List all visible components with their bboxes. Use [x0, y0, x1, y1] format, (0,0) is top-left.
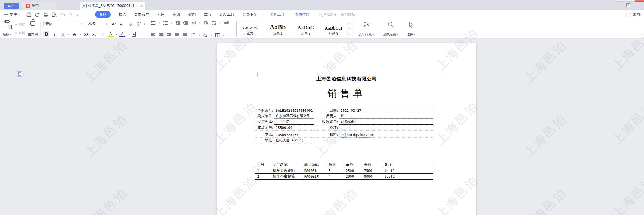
- cell-product-code[interactable]: PA0001: [302, 168, 327, 173]
- decrease-indent-icon[interactable]: [175, 21, 180, 25]
- window-count-badge[interactable]: 1: [626, 3, 630, 7]
- highlight-color-button[interactable]: A: [108, 31, 114, 37]
- print-preview-icon[interactable]: [52, 12, 57, 17]
- text-direction-icon[interactable]: [203, 21, 208, 25]
- cell-qty[interactable]: 3: [327, 168, 344, 173]
- maximize-button[interactable]: [625, 0, 634, 2]
- numbered-list-icon[interactable]: [163, 21, 168, 25]
- format-painter-button[interactable]: 格式刷: [28, 21, 38, 37]
- style-heading2[interactable]: AaBbC 标题 2: [292, 21, 320, 37]
- cell-unit-price[interactable]: 2000: [344, 174, 362, 179]
- text-scale-icon[interactable]: [191, 21, 196, 25]
- justify-icon[interactable]: [175, 33, 179, 37]
- style-heading3[interactable]: AaBbCcI 标题 3: [320, 21, 348, 37]
- increase-indent-icon[interactable]: [183, 21, 188, 25]
- tab-section[interactable]: 章节: [204, 12, 211, 17]
- undo-icon[interactable]: ↶▾: [60, 12, 65, 17]
- cut-button[interactable]: ✂剪切: [15, 23, 25, 27]
- info-value[interactable]: 15500.00: [274, 125, 314, 131]
- redo-icon[interactable]: ↷: [69, 12, 72, 17]
- collapse-ribbon-icon[interactable]: ⌄: [76, 13, 79, 17]
- cell-product-code[interactable]: PA0002: [302, 174, 327, 179]
- tab-table-tools[interactable]: 表格工具: [270, 12, 285, 17]
- table-row[interactable]: 电话: 13589723455 邮箱: sdjhard@sina.com: [255, 132, 433, 138]
- table-row[interactable]: 2 机车小齿轮箱 PA0002 4 2000 8000 test2: [255, 173, 433, 179]
- info-value[interactable]: 财务现金: [339, 119, 433, 125]
- info-value[interactable]: 世纪大道 900 号: [274, 138, 314, 143]
- tab-preview-icon[interactable]: ⌐: [136, 4, 138, 7]
- subscript-button[interactable]: X₂: [91, 31, 97, 37]
- tab-close-icon[interactable]: ✕: [140, 4, 143, 7]
- info-value[interactable]: 13589723455: [274, 132, 314, 138]
- cell-amount[interactable]: 8000: [362, 174, 383, 179]
- align-left-icon[interactable]: [151, 33, 156, 37]
- font-color-button[interactable]: A: [119, 31, 125, 37]
- file-menu[interactable]: 文件 ▾: [4, 12, 20, 17]
- document-title[interactable]: 销售单: [217, 87, 476, 100]
- font-size-select[interactable]: 小四▾: [87, 21, 109, 27]
- tab-dev-tools[interactable]: 开发工具: [220, 12, 234, 17]
- cell-seq[interactable]: 1: [255, 168, 271, 173]
- table-row[interactable]: 购买单位: 广东博远石业有限公司 负责人: 张三: [255, 113, 433, 119]
- bold-button[interactable]: B: [43, 31, 49, 37]
- table-row[interactable]: 收款金额: 15500.00 备注:: [255, 125, 433, 131]
- style-heading1[interactable]: AaBb 标题 1: [264, 21, 292, 37]
- find-replace-button[interactable]: 查找替换▾: [382, 21, 400, 37]
- info-value[interactable]: SALE20210327000001: [274, 108, 314, 113]
- underline-button[interactable]: U: [60, 31, 66, 37]
- print-icon[interactable]: [43, 12, 48, 17]
- shrink-font-button[interactable]: A⁻: [119, 21, 125, 27]
- char-shading-button[interactable]: A: [99, 31, 105, 37]
- line-spacing-icon[interactable]: [190, 33, 196, 37]
- shading-icon[interactable]: [203, 33, 208, 37]
- tab-page-layout[interactable]: 页面布局: [134, 12, 149, 17]
- tab-insert[interactable]: 插入: [119, 12, 126, 17]
- table-row[interactable]: 1 机车大齿轮箱 PA0001 3 2500 7500 test1: [255, 168, 433, 173]
- font-name-select[interactable]: 宋体▾: [43, 21, 84, 27]
- sync-status[interactable]: 未同步: [626, 12, 643, 17]
- char-border-button[interactable]: A: [131, 31, 137, 37]
- pinyin-guide-button[interactable]: wén 文: [136, 21, 142, 27]
- docer-tab[interactable]: 稻壳: [23, 2, 56, 10]
- cell-unit-price[interactable]: 2500: [344, 168, 362, 173]
- export-pdf-icon[interactable]: [35, 12, 40, 17]
- close-button[interactable]: [635, 0, 644, 2]
- order-info-table[interactable]: 单据编号: SALE20210327000001 日期: 2021-03-27 …: [255, 108, 433, 143]
- align-right-icon[interactable]: [167, 33, 172, 37]
- tab-stops-icon[interactable]: [224, 21, 229, 25]
- align-center-icon[interactable]: [159, 33, 164, 37]
- tab-member[interactable]: 会员专享: [243, 12, 257, 17]
- document-tab[interactable]: W 销售单_SALE202...7000001 (1) ⌐ ✕: [80, 2, 145, 10]
- save-icon[interactable]: [26, 12, 31, 17]
- styles-scroll[interactable]: ▲▼≡: [348, 21, 352, 37]
- info-value[interactable]: 张三: [339, 113, 433, 119]
- info-value[interactable]: [339, 125, 433, 131]
- tab-start[interactable]: 开始: [95, 11, 111, 18]
- items-table[interactable]: 序号 商品名称 商品编码 数量 单价 金额 备注 1 机车大齿轮箱 PA0001…: [255, 162, 433, 180]
- command-search[interactable]: 查找命令、搜索模板: [319, 12, 355, 17]
- info-value[interactable]: 2021-03-27: [339, 108, 433, 113]
- cell-remark[interactable]: test1: [383, 168, 433, 173]
- bullet-list-icon[interactable]: [151, 21, 156, 25]
- minimize-button[interactable]: [615, 0, 624, 2]
- home-tab[interactable]: 首页: [4, 3, 19, 9]
- superscript-button[interactable]: X²: [83, 31, 89, 37]
- text-layout-button[interactable]: 文字排版▾: [357, 21, 376, 37]
- document-page[interactable]: 上海邑泊信息科技有限公司 销售单 单据编号: SALE2021032700000…: [217, 43, 477, 215]
- tab-review[interactable]: 审阅: [173, 12, 180, 17]
- borders-icon[interactable]: [215, 33, 220, 37]
- italic-button[interactable]: I: [52, 31, 58, 37]
- grow-font-button[interactable]: A⁺: [111, 21, 117, 27]
- info-value[interactable]: 广东博远石业有限公司: [274, 113, 314, 119]
- tab-view[interactable]: 视图: [188, 12, 196, 17]
- company-name[interactable]: 上海邑泊信息科技有限公司: [217, 75, 476, 82]
- cell-amount[interactable]: 7500: [362, 168, 383, 173]
- table-row[interactable]: 发货仓库: 一号厂房 收款账户: 财务现金: [255, 119, 433, 125]
- distribute-icon[interactable]: [182, 33, 187, 37]
- cell-product-name[interactable]: 机车小齿轮箱: [271, 174, 302, 179]
- copy-button[interactable]: ⧉复制: [15, 31, 25, 35]
- select-button[interactable]: 选择▾: [405, 21, 417, 37]
- cell-remark[interactable]: test2: [383, 174, 433, 179]
- cell-product-name[interactable]: 机车大齿轮箱: [271, 168, 302, 173]
- cell-seq[interactable]: 2: [255, 174, 271, 179]
